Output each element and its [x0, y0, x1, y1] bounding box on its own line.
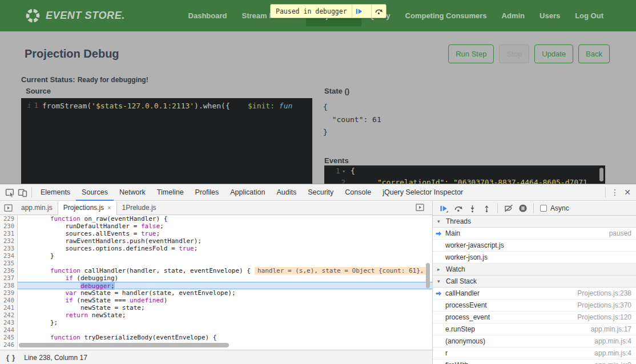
code-editor[interactable]: 229 function on_raw(eventHandler) {230 r…: [0, 215, 432, 350]
update-button[interactable]: Update: [534, 45, 573, 63]
watch-title: Watch: [446, 265, 465, 273]
resume-script-button[interactable]: [437, 202, 450, 215]
source-editor[interactable]: i1 fromStream('$stats-127.0.0.1:2113').w…: [21, 98, 312, 184]
more-tabs-icon[interactable]: [416, 204, 424, 211]
deactivate-breakpoints-button[interactable]: [502, 202, 515, 215]
devtools-menu-icon[interactable]: ⋮: [609, 188, 621, 197]
call-stack-frame-e-runstep[interactable]: e.runStepapp.min.js:17: [433, 323, 636, 335]
call-stack-frame-callhandler[interactable]: callHandlerProjections.js:238: [433, 288, 636, 300]
divider: [497, 203, 498, 213]
disclosure-triangle-icon: ▾: [437, 278, 442, 284]
async-checkbox[interactable]: Async: [540, 204, 569, 212]
devtools-tab-timeline[interactable]: Timeline: [151, 184, 190, 201]
code-horizontal-scrollbar[interactable]: [19, 343, 229, 347]
line-number-gutter[interactable]: i1: [21, 98, 42, 111]
line-number[interactable]: 236: [0, 267, 18, 274]
code-line: 243 };: [0, 319, 432, 326]
line-number[interactable]: 1▾: [324, 165, 351, 177]
checkbox[interactable]: [540, 205, 547, 212]
events-scrollbar[interactable]: [599, 168, 603, 181]
file-tab-projections-js[interactable]: Projections.js×: [58, 201, 117, 215]
call-stack-frame-r[interactable]: rapp.min.js:4: [433, 347, 636, 359]
line-number[interactable]: 241: [0, 304, 18, 312]
call-stack-frame-process-event[interactable]: process_eventProjections.js:120: [433, 312, 636, 323]
main-nav: DashboardStream BrowserProjectionsQueryC…: [181, 5, 611, 26]
device-toolbar-icon[interactable]: [16, 186, 29, 199]
call-stack-frame-processevent[interactable]: processEventProjections.js:370: [433, 300, 636, 312]
devtools-tab-sources[interactable]: Sources: [76, 184, 114, 201]
line-number[interactable]: 229: [0, 215, 18, 223]
pretty-print-icon[interactable]: { }: [6, 354, 15, 362]
call-stack-frame-anonymous[interactable]: (anonymous)app.min.js:4: [433, 335, 636, 347]
nav-item-dashboard[interactable]: Dashboard: [181, 5, 235, 26]
devtools-tab-network[interactable]: Network: [114, 184, 151, 201]
back-button[interactable]: Back: [578, 45, 610, 63]
line-number[interactable]: 231: [0, 230, 18, 237]
tooltip-step-over-button[interactable]: [372, 5, 386, 18]
source-section-label: Source: [26, 87, 51, 95]
file-tabs: app.min.jsProjections.js×1Prelude.js: [16, 201, 162, 215]
step-out-button[interactable]: [480, 202, 493, 215]
line-number[interactable]: 240: [0, 297, 18, 304]
close-tab-icon[interactable]: ×: [107, 201, 111, 215]
line-number[interactable]: 235: [0, 260, 18, 267]
devtools-tab-profiles[interactable]: Profiles: [190, 184, 225, 201]
paused-tooltip-text: Paused in debugger: [276, 7, 347, 15]
frame-function: r: [445, 349, 594, 357]
nav-item-users[interactable]: Users: [532, 5, 567, 26]
devtools-tab-security[interactable]: Security: [302, 184, 339, 201]
line-number[interactable]: 238: [0, 282, 18, 289]
call-stack-section-header[interactable]: ▾ Call Stack: [433, 276, 636, 288]
nav-item-log-out[interactable]: Log Out: [567, 5, 611, 26]
state-section-label: State (): [324, 87, 349, 95]
devtools-toolbar: ElementsSourcesNetworkTimelineProfilesAp…: [0, 184, 636, 201]
devtools-close-icon[interactable]: ✕: [621, 188, 634, 197]
frame-function: callHandler: [445, 289, 577, 297]
pause-on-exceptions-button[interactable]: [516, 202, 529, 215]
nav-item-competing-consumers[interactable]: Competing Consumers: [398, 5, 494, 26]
devtools-tab-application[interactable]: Application: [224, 184, 271, 201]
devtools-tab-elements[interactable]: Elements: [35, 184, 76, 201]
devtools-tab-jquery-selector-inspector[interactable]: jQuery Selector Inspector: [377, 184, 469, 201]
thread-row-worker-javascript-js[interactable]: worker-javascript.js: [433, 240, 636, 252]
code-vertical-scrollbar[interactable]: [426, 263, 430, 288]
threads-section-header[interactable]: ▾ Threads: [433, 216, 636, 228]
devtools-tab-console[interactable]: Console: [339, 184, 377, 201]
call-stack-title: Call Stack: [446, 277, 477, 285]
line-number[interactable]: 243: [0, 319, 18, 326]
line-number[interactable]: 2: [324, 177, 351, 184]
nav-item-admin[interactable]: Admin: [494, 5, 532, 26]
line-number[interactable]: 237: [0, 274, 18, 282]
line-number[interactable]: 242: [0, 312, 18, 319]
toggle-navigator-icon[interactable]: [0, 201, 16, 215]
line-number[interactable]: 233: [0, 245, 18, 252]
step-over-button[interactable]: [452, 202, 465, 215]
frame-location: app.min.js:17: [591, 325, 631, 333]
line-number[interactable]: 239: [0, 289, 18, 297]
tooltip-resume-button[interactable]: [352, 5, 367, 18]
step-into-button[interactable]: [466, 202, 479, 215]
line-number[interactable]: 234: [0, 252, 18, 260]
events-editor[interactable]: 1▾{2 "correlationId": "06303703-8837-446…: [324, 165, 605, 184]
line-number[interactable]: 245: [0, 334, 18, 341]
devtools-tab-audits[interactable]: Audits: [271, 184, 302, 201]
thread-row-main[interactable]: Mainpaused: [433, 228, 636, 240]
watch-section-header[interactable]: ▸ Watch: [433, 264, 636, 276]
thread-row-worker-json-js[interactable]: worker-json.js: [433, 252, 636, 264]
fold-arrow-icon[interactable]: ▾: [343, 165, 345, 177]
run-step-button[interactable]: Run Step: [448, 45, 494, 63]
inspect-element-icon[interactable]: [3, 186, 16, 199]
call-stack-frame-firewith[interactable]: fireWithapp.min.js:3: [433, 359, 636, 364]
debugger-controls: Async: [433, 201, 636, 216]
brand-logo[interactable]: EVENT STORE.: [25, 8, 125, 23]
status-label: Current Status:: [21, 75, 75, 84]
thread-label: Main: [445, 229, 609, 237]
line-number[interactable]: 246: [0, 341, 18, 349]
line-number[interactable]: 230: [0, 223, 18, 230]
thread-label: worker-javascript.js: [445, 241, 631, 249]
file-tab-app-min-js[interactable]: app.min.js: [16, 201, 58, 215]
disclosure-triangle-icon: ▾: [437, 219, 442, 224]
line-number[interactable]: 232: [0, 237, 18, 245]
file-tab-1prelude-js[interactable]: 1Prelude.js: [117, 201, 162, 215]
line-number[interactable]: 244: [0, 326, 18, 334]
